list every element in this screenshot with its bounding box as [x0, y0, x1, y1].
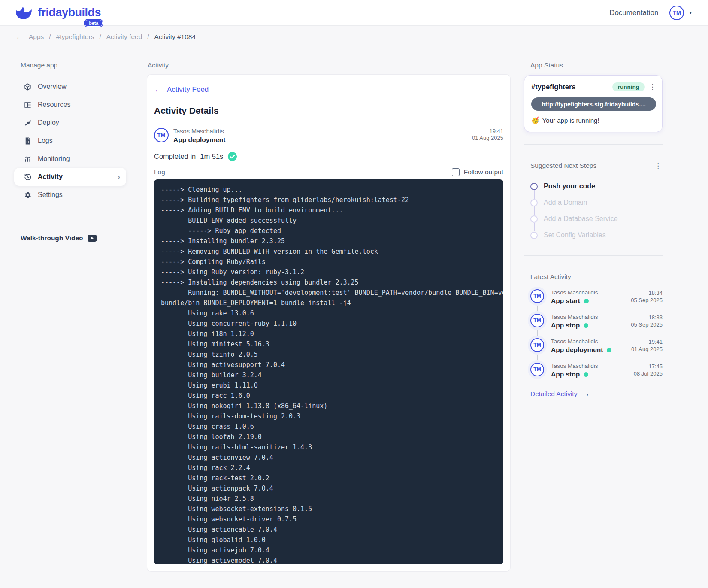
activity-main: Activity ← Activity Feed Activity Detail… — [147, 61, 511, 572]
bar-chart-icon — [24, 155, 32, 163]
step-circle-icon — [530, 215, 538, 223]
step-circle-icon — [530, 232, 538, 239]
status-duration: 1m 51s — [200, 152, 223, 161]
activity-avatar: TM — [530, 338, 544, 352]
list-item[interactable]: TM Tasos Maschalidis App stop 18:33 05 S… — [530, 314, 663, 338]
next-steps-list: Push your code Add a Domain Add a Databa… — [530, 178, 663, 243]
detailed-activity-link[interactable]: Detailed Activity — [530, 390, 577, 398]
layout-icon — [24, 101, 32, 109]
log-terminal[interactable]: -----> Cleaning up... -----> Building ty… — [154, 179, 503, 564]
event-time: 19:41 — [472, 128, 503, 135]
running-message-text: Your app is running! — [542, 117, 599, 124]
sidebar-item-label: Overview — [38, 83, 67, 91]
documentation-link[interactable]: Documentation — [609, 9, 658, 17]
breadcrumb-separator: / — [147, 33, 149, 41]
activity-feed-back-link[interactable]: ← Activity Feed — [154, 85, 209, 94]
app-status-panel: App Status #typefighters running ⋮ http:… — [524, 61, 663, 398]
check-circle-icon — [227, 152, 237, 161]
running-message: 🥳 Your app is running! — [531, 116, 656, 124]
status-text: Completed in — [154, 152, 196, 161]
app-url-button[interactable]: http://typefighters.stg.fridaybuilds.... — [531, 97, 656, 111]
page-title: Activity Details — [154, 106, 503, 116]
latest-activity-list: TM Tasos Maschalidis App start 18:34 05 … — [530, 289, 663, 387]
event-avatar: TM — [154, 128, 169, 142]
gear-icon — [24, 191, 32, 199]
youtube-icon — [88, 235, 97, 242]
step-set-config-variables[interactable]: Set Config Variables — [530, 227, 663, 243]
back-arrow-icon[interactable]: ← — [15, 32, 24, 42]
step-add-a-database-service[interactable]: Add a Database Service — [530, 211, 663, 227]
whale-logo-icon — [14, 5, 34, 21]
breadcrumb-apps[interactable]: Apps — [29, 33, 44, 41]
activity-avatar: TM — [530, 289, 544, 303]
activity-event-header: TM Tasos Maschalidis App deployment 19:4… — [154, 128, 503, 144]
history-icon — [24, 173, 32, 181]
sidebar-item-label: Activity — [38, 173, 63, 181]
next-steps-label: Suggested Next Steps — [530, 162, 596, 170]
sidebar-heading: Manage app — [21, 61, 126, 69]
breadcrumb-app[interactable]: #typefighters — [56, 33, 94, 41]
kebab-menu-icon[interactable]: ⋮ — [649, 83, 656, 91]
event-action: App deployment — [173, 136, 225, 144]
sidebar-item-label: Logs — [38, 137, 53, 145]
manage-app-sidebar: Manage app Overview Resources Deploy Log… — [14, 61, 133, 555]
cube-icon — [24, 83, 32, 91]
walkthrough-video-link[interactable]: Walk-through Video — [21, 234, 126, 242]
sidebar-item-activity[interactable]: Activity › — [14, 168, 126, 186]
event-date: 01 Aug 2025 — [472, 135, 503, 142]
back-arrow-icon: ← — [154, 85, 162, 94]
sidebar-item-resources[interactable]: Resources — [14, 96, 126, 114]
brand-logo[interactable]: fridaybuilds beta — [14, 5, 101, 21]
top-header: fridaybuilds beta Documentation TM ▾ — [0, 0, 708, 26]
rocket-icon — [24, 119, 32, 127]
section-divider — [524, 144, 663, 145]
sidebar-item-logs[interactable]: Logs — [14, 132, 126, 150]
list-item[interactable]: TM Tasos Maschalidis App start 18:34 05 … — [530, 289, 663, 314]
sidebar-item-monitoring[interactable]: Monitoring — [14, 150, 126, 168]
list-item[interactable]: TM Tasos Maschalidis App deployment 19:4… — [530, 338, 663, 363]
brand-name: fridaybuilds — [38, 6, 101, 19]
list-item[interactable]: TM Tasos Maschalidis App stop 17:45 08 J… — [530, 363, 663, 387]
sidebar-item-label: Settings — [38, 191, 63, 199]
party-emoji: 🥳 — [531, 116, 539, 124]
app-name: #typefighters — [531, 83, 576, 91]
walkthrough-label: Walk-through Video — [21, 234, 83, 242]
status-dot — [584, 323, 588, 328]
breadcrumb-separator: / — [99, 33, 101, 41]
main-section-label: Activity — [148, 61, 511, 69]
section-divider — [524, 255, 663, 256]
sidebar-item-overview[interactable]: Overview — [14, 78, 126, 96]
back-link-label: Activity Feed — [167, 85, 209, 94]
status-badge: running — [612, 82, 645, 91]
activity-avatar: TM — [530, 363, 544, 376]
sidebar-item-deploy[interactable]: Deploy — [14, 114, 126, 132]
step-add-a-domain[interactable]: Add a Domain — [530, 194, 663, 211]
chevron-down-icon[interactable]: ▾ — [689, 10, 692, 15]
kebab-menu-icon[interactable]: ⋮ — [654, 162, 662, 170]
sidebar-item-label: Resources — [38, 101, 70, 109]
user-avatar[interactable]: TM — [669, 6, 684, 20]
arrow-right-icon: → — [582, 390, 590, 398]
chevron-right-icon: › — [118, 173, 120, 182]
breadcrumb-separator: / — [49, 33, 51, 41]
follow-output-label: Follow output — [464, 168, 503, 176]
event-author: Tasos Maschalidis — [173, 128, 225, 135]
status-dot — [607, 348, 611, 352]
follow-output-checkbox[interactable] — [452, 168, 460, 176]
log-output: -----> Cleaning up... -----> Building ty… — [161, 185, 496, 564]
sidebar-divider — [14, 216, 120, 216]
breadcrumb-current: Activity #1084 — [154, 33, 196, 41]
sidebar-item-label: Deploy — [38, 119, 59, 127]
breadcrumb: ← Apps / #typefighters / Activity feed /… — [0, 26, 708, 42]
file-code-icon — [24, 137, 32, 145]
sidebar-item-settings[interactable]: Settings — [14, 186, 126, 204]
breadcrumb-activity-feed[interactable]: Activity feed — [106, 33, 142, 41]
step-push-your-code[interactable]: Push your code — [530, 178, 663, 194]
activity-avatar: TM — [530, 314, 544, 327]
beta-badge: beta — [85, 20, 103, 27]
step-circle-icon — [530, 199, 538, 206]
activity-details-card: ← Activity Feed Activity Details TM Taso… — [147, 74, 511, 572]
app-status-label: App Status — [530, 61, 663, 69]
latest-activity-label: Latest Activity — [524, 273, 663, 281]
follow-output-toggle[interactable]: Follow output — [452, 168, 503, 176]
